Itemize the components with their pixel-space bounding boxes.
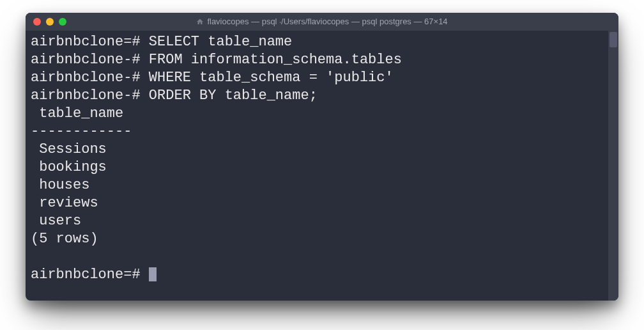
terminal-output: airbnbclone=# SELECT table_nameairbnbclo… [31,33,613,284]
scrollbar-track[interactable] [608,31,618,301]
minimize-button[interactable] [46,18,54,26]
terminal-line: airbnbclone-# FROM information_schema.ta… [31,51,613,69]
terminal-line: airbnbclone=# [31,266,613,284]
window-title-text: flaviocopes — psql ⸱/Users/flaviocopes —… [207,17,447,27]
traffic-lights [33,18,66,26]
home-icon [196,18,204,26]
scrollbar-thumb[interactable] [610,32,617,47]
maximize-button[interactable] [59,18,66,26]
terminal-line: Sessions [31,141,613,159]
close-button[interactable] [33,18,41,26]
terminal-body[interactable]: airbnbclone=# SELECT table_nameairbnbclo… [26,31,618,301]
titlebar[interactable]: flaviocopes — psql ⸱/Users/flaviocopes —… [26,13,618,31]
terminal-line: bookings [31,159,613,177]
terminal-line: reviews [31,194,613,212]
terminal-line: houses [31,177,613,194]
terminal-line: airbnbclone-# WHERE table_schema = 'publ… [31,69,613,87]
terminal-line: airbnbclone=# SELECT table_name [31,33,613,51]
terminal-line: (5 rows) [31,230,613,248]
terminal-window: flaviocopes — psql ⸱/Users/flaviocopes —… [26,13,618,301]
cursor [149,267,157,281]
terminal-line: table_name [31,105,613,123]
window-title: flaviocopes — psql ⸱/Users/flaviocopes —… [33,17,611,27]
terminal-line: ------------ [31,123,613,141]
terminal-line: airbnbclone-# ORDER BY table_name; [31,87,613,105]
terminal-line: users [31,212,613,230]
terminal-line [31,248,613,266]
